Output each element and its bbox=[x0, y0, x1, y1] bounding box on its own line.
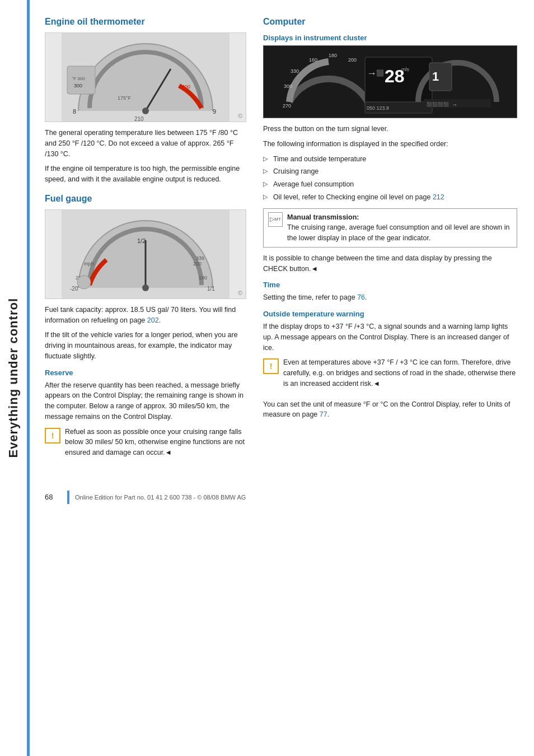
svg-text:160: 160 bbox=[309, 57, 317, 63]
page-number: 68 bbox=[45, 493, 67, 501]
fuel-gauge-heading: Fuel gauge bbox=[45, 194, 246, 204]
svg-text:mph: mph bbox=[84, 261, 94, 267]
computer-display-svg: 270 300 330 160 180 200 → ⬛ 28 mls bbox=[264, 46, 517, 118]
svg-text:200: 200 bbox=[348, 57, 357, 63]
displays-heading: Displays in instrument cluster bbox=[263, 34, 517, 42]
blue-vertical-bar bbox=[27, 0, 30, 756]
svg-text:1/2: 1/2 bbox=[137, 237, 146, 244]
time-body: Setting the time, refer to page 76. bbox=[263, 292, 517, 303]
svg-text:⬛: ⬛ bbox=[376, 69, 384, 77]
outside-temp-body2: You can set the unit of measure °F or °C… bbox=[263, 399, 517, 421]
fuel-gauge-image: -20 1/1 1/2 mph 200 20 180 339 bbox=[45, 209, 246, 299]
engine-oil-body1: The general operating temperature lies b… bbox=[45, 128, 246, 159]
computer-heading: Computer bbox=[263, 17, 517, 27]
svg-text:→: → bbox=[452, 101, 457, 108]
svg-text:9: 9 bbox=[213, 108, 216, 115]
outside-temp-note-box: ! Even at temperatures above +37 °F / +3… bbox=[263, 357, 517, 393]
svg-point-22 bbox=[77, 276, 91, 289]
manual-transmission-box: ▷MT Manual transmission: The cruising ra… bbox=[263, 208, 517, 248]
footer-text: Online Edition for Part no. 01 41 2 600 … bbox=[75, 494, 246, 501]
fuel-note-box: ! Refuel as soon as possible once your c… bbox=[45, 427, 246, 463]
outside-temp-body1: If the display drops to +37 °F /+3 °C, a… bbox=[263, 321, 517, 353]
sidebar-text: Everything under control bbox=[6, 298, 21, 458]
bullet-item-2: Cruising range bbox=[263, 166, 517, 177]
computer-body2: The following information is displayed i… bbox=[263, 139, 517, 150]
svg-text:330: 330 bbox=[291, 68, 299, 74]
svg-text:050  123.8: 050 123.8 bbox=[367, 105, 389, 111]
fuel-note-text: Refuel as soon as possible once your cru… bbox=[65, 427, 246, 458]
svg-text:°F 300: °F 300 bbox=[72, 76, 85, 81]
footer-blue-bar bbox=[67, 491, 69, 504]
engine-oil-gauge-label: © bbox=[238, 113, 242, 119]
svg-text:1: 1 bbox=[432, 69, 439, 83]
right-column: Computer Displays in instrument cluster … bbox=[263, 17, 517, 468]
svg-text:mls: mls bbox=[401, 67, 409, 72]
outside-temp-note: Even at temperatures above +37 °F / +3 °… bbox=[283, 357, 517, 389]
svg-text:→: → bbox=[367, 68, 377, 79]
mt-text: Manual transmission: The cruising range,… bbox=[287, 212, 512, 244]
fuel-gauge-svg: -20 1/1 1/2 mph 200 20 180 339 bbox=[62, 209, 229, 299]
svg-text:200: 200 bbox=[193, 261, 202, 267]
link-page-77[interactable]: 77 bbox=[320, 410, 327, 418]
mt-extra: It is possible to change between the tim… bbox=[263, 253, 517, 274]
bullet-item-4: Oil level, refer to Checking engine oil … bbox=[263, 192, 517, 203]
mt-heading: Manual transmission: bbox=[287, 213, 359, 221]
svg-text:180: 180 bbox=[329, 53, 337, 58]
link-page-202[interactable]: 202 bbox=[147, 316, 159, 324]
svg-text:175°F: 175°F bbox=[118, 95, 132, 101]
engine-oil-section: Engine oil thermometer 8 9 bbox=[45, 17, 246, 185]
time-heading: Time bbox=[263, 281, 517, 289]
svg-point-4 bbox=[142, 108, 149, 114]
computer-body1: Press the button on the turn signal leve… bbox=[263, 124, 517, 134]
bullet-item-3: Average fuel consumption bbox=[263, 179, 517, 190]
fuel-gauge-section: Fuel gauge -20 1/1 1/2 bbox=[45, 194, 246, 463]
engine-oil-gauge-image: 8 9 175°F 300 210 bbox=[45, 32, 246, 122]
svg-text:300: 300 bbox=[74, 83, 82, 88]
fuel-gauge-body2: If the tilt of the vehicle varies for a … bbox=[45, 330, 246, 361]
outside-temp-warning-icon: ! bbox=[263, 358, 279, 374]
svg-text:270: 270 bbox=[283, 103, 291, 109]
mt-body: The cruising range, average fuel consump… bbox=[287, 223, 509, 242]
fuel-gauge-label: © bbox=[238, 290, 242, 296]
main-content: Engine oil thermometer 8 9 bbox=[34, 0, 534, 521]
link-page-76[interactable]: 76 bbox=[357, 293, 365, 301]
link-page-212[interactable]: 212 bbox=[433, 193, 444, 201]
page-footer: 68 Online Edition for Part no. 01 41 2 6… bbox=[45, 485, 517, 504]
mt-icon: ▷MT bbox=[268, 212, 283, 227]
outside-temp-heading: Outside temperature warning bbox=[263, 310, 517, 318]
engine-oil-gauge-svg: 8 9 175°F 300 210 bbox=[62, 32, 229, 122]
left-column: Engine oil thermometer 8 9 bbox=[45, 17, 246, 468]
svg-text:1/1: 1/1 bbox=[207, 286, 215, 292]
svg-text:339: 339 bbox=[196, 255, 204, 261]
fuel-warning-icon: ! bbox=[45, 428, 60, 444]
sidebar: Everything under control bbox=[0, 0, 27, 756]
computer-display-image: 270 300 330 160 180 200 → ⬛ 28 mls bbox=[263, 45, 517, 118]
svg-text:8: 8 bbox=[73, 108, 76, 115]
svg-text:300: 300 bbox=[182, 84, 190, 90]
svg-text:210: 210 bbox=[134, 116, 144, 122]
svg-text:180: 180 bbox=[199, 275, 207, 281]
svg-text:⬛⬛⬛⬛: ⬛⬛⬛⬛ bbox=[427, 101, 449, 107]
engine-oil-heading: Engine oil thermometer bbox=[45, 17, 246, 27]
reserve-heading: Reserve bbox=[45, 368, 246, 377]
two-column-layout: Engine oil thermometer 8 9 bbox=[45, 17, 517, 468]
computer-bullet-list: Time and outside temperature Cruising ra… bbox=[263, 154, 517, 203]
engine-oil-body2: If the engine oil temperature is too hig… bbox=[45, 164, 246, 185]
bullet-item-1: Time and outside temperature bbox=[263, 154, 517, 165]
fuel-gauge-body1: Fuel tank capacity: approx. 18.5 US gal/… bbox=[45, 305, 246, 326]
reserve-body: After the reserve quantity has been reac… bbox=[45, 380, 246, 422]
svg-text:300: 300 bbox=[284, 83, 292, 89]
svg-text:-20: -20 bbox=[70, 286, 78, 292]
svg-point-18 bbox=[142, 284, 149, 291]
